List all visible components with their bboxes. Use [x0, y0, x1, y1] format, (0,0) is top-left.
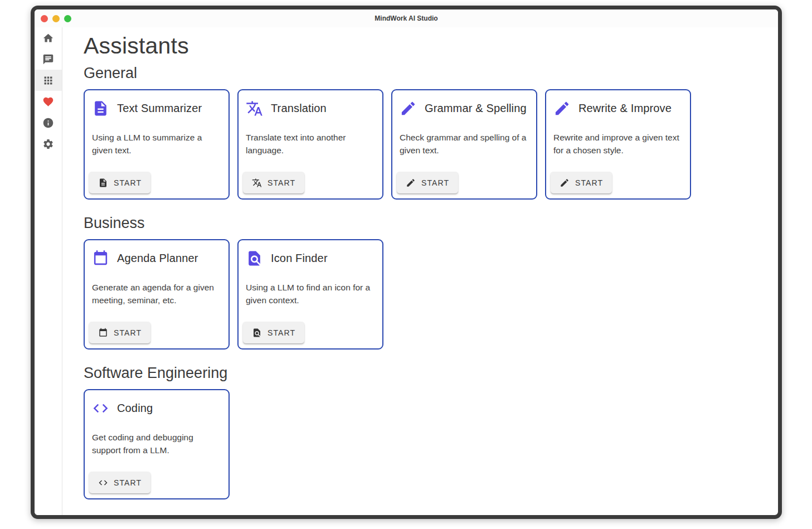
start-button[interactable]: START: [243, 172, 304, 193]
page-title: Assistants: [84, 33, 778, 59]
close-button[interactable]: [41, 15, 48, 22]
assistant-card: Text Summarizer Using a LLM to summarize…: [84, 89, 230, 200]
info-icon: [42, 117, 54, 129]
card-title: Agenda Planner: [117, 252, 198, 265]
start-button[interactable]: START: [89, 322, 150, 343]
card-description: Get coding and debugging support from a …: [92, 431, 221, 457]
calendar-icon: [98, 328, 108, 338]
section-title: Software Engineering: [84, 365, 778, 382]
card-title: Icon Finder: [271, 252, 328, 265]
card-row: Agenda Planner Generate an agenda for a …: [84, 239, 778, 350]
pencil-icon: [400, 100, 417, 117]
card-description: Using a LLM to find an icon for a given …: [246, 281, 375, 307]
card-title: Grammar & Spelling: [425, 102, 527, 115]
card-header: Rewrite & Improve: [553, 100, 683, 117]
window-controls: [41, 9, 71, 27]
start-button-label: START: [114, 178, 142, 187]
card-header: Agenda Planner: [92, 250, 221, 267]
chat-icon: [42, 54, 54, 65]
sidebar-item-chat[interactable]: [35, 48, 62, 70]
pencil-icon: [560, 178, 570, 188]
sections-container: General Text Summarizer Using a LLM to s…: [84, 65, 778, 499]
code-icon: [92, 400, 109, 417]
card-header: Icon Finder: [246, 250, 375, 267]
start-button-label: START: [114, 328, 142, 337]
start-button[interactable]: START: [243, 322, 304, 343]
card-description: Using a LLM to summarize a given text.: [92, 131, 221, 157]
assistant-card: Icon Finder Using a LLM to find an icon …: [237, 239, 383, 350]
section-title: Business: [84, 215, 778, 232]
start-button[interactable]: START: [89, 472, 150, 493]
pencil-icon: [406, 178, 416, 188]
assistant-card: Grammar & Spelling Check grammar and spe…: [391, 89, 537, 200]
sidebar-item-info[interactable]: [35, 112, 62, 133]
apps-grid-icon: [42, 75, 54, 86]
start-button-label: START: [575, 178, 603, 187]
start-button-label: START: [268, 178, 295, 187]
minimize-button[interactable]: [52, 15, 60, 22]
card-row: Coding Get coding and debugging support …: [84, 389, 778, 499]
gear-icon: [42, 138, 54, 150]
card-header: Translation: [246, 100, 375, 117]
main-area: Assistants General Text Summarizer Using…: [35, 27, 778, 515]
section-title: General: [84, 65, 778, 82]
card-row: Text Summarizer Using a LLM to summarize…: [84, 89, 778, 200]
window-title: MindWork AI Studio: [35, 14, 778, 22]
sidebar: [35, 27, 62, 515]
find-in-page-icon: [252, 328, 262, 338]
sidebar-item-apps[interactable]: [35, 70, 62, 91]
start-button-label: START: [114, 478, 142, 487]
card-title: Coding: [117, 402, 153, 415]
card-description: Rewrite and improve a given text for a c…: [553, 131, 683, 157]
translate-icon: [246, 100, 263, 117]
heart-icon: [42, 96, 54, 108]
sidebar-item-favorites[interactable]: [35, 91, 62, 112]
assistant-card: Rewrite & Improve Rewrite and improve a …: [545, 89, 691, 200]
card-title: Rewrite & Improve: [578, 102, 672, 115]
assistant-section: General Text Summarizer Using a LLM to s…: [84, 65, 778, 200]
card-header: Grammar & Spelling: [400, 100, 529, 117]
home-icon: [42, 32, 54, 44]
translate-icon: [252, 178, 262, 188]
app-window: MindWork AI Studio Assistants General Te…: [31, 6, 782, 519]
start-button[interactable]: START: [397, 172, 458, 193]
assistant-section: Business Agenda Planner Generate an agen…: [84, 215, 778, 350]
card-title: Translation: [271, 102, 327, 115]
start-button-label: START: [268, 328, 295, 337]
sidebar-item-home[interactable]: [35, 27, 62, 48]
pencil-icon: [553, 100, 571, 117]
assistant-card: Coding Get coding and debugging support …: [84, 389, 230, 499]
calendar-icon: [92, 250, 109, 267]
card-header: Coding: [92, 400, 221, 417]
sidebar-item-settings[interactable]: [35, 133, 62, 154]
titlebar: MindWork AI Studio: [35, 9, 778, 27]
card-description: Translate text into another language.: [246, 131, 375, 157]
document-icon: [98, 178, 108, 188]
card-description: Generate an agenda for a given meeting, …: [92, 281, 221, 307]
assistant-section: Software Engineering Coding Get coding a…: [84, 365, 778, 499]
code-icon: [98, 478, 108, 488]
start-button[interactable]: START: [551, 172, 612, 193]
document-icon: [92, 100, 109, 117]
start-button-label: START: [421, 178, 449, 187]
content-area: Assistants General Text Summarizer Using…: [62, 27, 778, 515]
card-description: Check grammar and spelling of a given te…: [400, 131, 529, 157]
zoom-button[interactable]: [64, 15, 71, 22]
start-button[interactable]: START: [89, 172, 150, 193]
assistant-card: Translation Translate text into another …: [237, 89, 383, 200]
card-header: Text Summarizer: [92, 100, 221, 117]
card-title: Text Summarizer: [117, 102, 202, 115]
assistant-card: Agenda Planner Generate an agenda for a …: [84, 239, 230, 350]
find-in-page-icon: [246, 250, 263, 267]
